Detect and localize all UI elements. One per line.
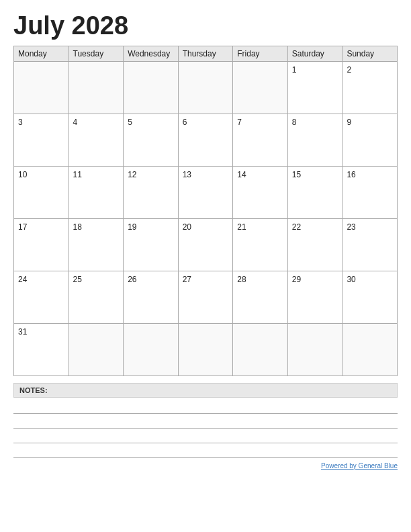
notes-line <box>13 443 398 458</box>
calendar-cell: 4 <box>68 114 124 166</box>
calendar-body: 1234567891011121314151617181920212223242… <box>14 61 398 375</box>
calendar-cell: 13 <box>178 166 233 218</box>
calendar-cell <box>124 61 179 114</box>
calendar-cell: 16 <box>342 166 398 218</box>
col-thursday: Thursday <box>178 46 233 61</box>
calendar-cell: 12 <box>124 166 179 218</box>
calendar-cell: 20 <box>178 218 233 271</box>
calendar-cell: 8 <box>287 114 342 166</box>
calendar-cell: 14 <box>233 166 288 218</box>
powered-by: Powered by General Blue <box>13 462 398 470</box>
day-number: 13 <box>183 170 191 179</box>
calendar-table: Monday Tuesday Wednesday Thursday Friday… <box>13 46 398 376</box>
header-row: Monday Tuesday Wednesday Thursday Friday… <box>14 46 398 61</box>
col-monday: Monday <box>14 46 69 61</box>
calendar-week-1: 3456789 <box>14 114 398 166</box>
day-number: 10 <box>18 170 27 179</box>
calendar-cell <box>342 323 398 375</box>
calendar-cell: 25 <box>68 271 124 323</box>
calendar-cell: 3 <box>14 114 69 166</box>
calendar-week-0: 12 <box>14 61 398 114</box>
notes-label: NOTES: <box>13 383 398 398</box>
calendar-cell: 29 <box>287 271 342 323</box>
calendar-cell: 19 <box>124 218 179 271</box>
calendar-cell: 31 <box>14 323 69 375</box>
calendar-cell <box>287 323 342 375</box>
col-sunday: Sunday <box>342 46 398 61</box>
calendar-cell: 15 <box>287 166 342 218</box>
day-number: 30 <box>347 275 355 284</box>
day-number: 8 <box>292 118 297 127</box>
day-number: 11 <box>73 170 82 179</box>
col-wednesday: Wednesday <box>124 46 179 61</box>
calendar-cell <box>233 61 288 114</box>
notes-line <box>13 414 398 429</box>
calendar-cell: 2 <box>342 61 398 114</box>
calendar-cell: 5 <box>124 114 179 166</box>
day-number: 9 <box>347 118 351 127</box>
col-saturday: Saturday <box>287 46 342 61</box>
calendar-cell: 22 <box>287 218 342 271</box>
day-number: 25 <box>73 275 82 284</box>
notes-section: NOTES: <box>13 383 398 458</box>
day-number: 16 <box>347 170 355 179</box>
calendar-cell: 24 <box>14 271 69 323</box>
calendar-week-4: 24252627282930 <box>14 271 398 323</box>
calendar-cell: 23 <box>342 218 398 271</box>
calendar-cell <box>178 323 233 375</box>
day-number: 26 <box>128 275 136 284</box>
day-number: 23 <box>347 222 355 232</box>
day-number: 29 <box>292 275 301 284</box>
day-number: 19 <box>128 222 136 232</box>
calendar-cell: 27 <box>178 271 233 323</box>
day-number: 14 <box>237 170 246 179</box>
calendar-week-2: 10111213141516 <box>14 166 398 218</box>
calendar-cell: 30 <box>342 271 398 323</box>
calendar-cell: 21 <box>233 218 288 271</box>
calendar-cell: 1 <box>287 61 342 114</box>
notes-line <box>13 399 398 414</box>
notes-lines <box>13 399 398 458</box>
day-number: 12 <box>128 170 136 179</box>
calendar-cell: 28 <box>233 271 288 323</box>
calendar-cell: 9 <box>342 114 398 166</box>
calendar-cell: 11 <box>68 166 124 218</box>
day-number: 22 <box>292 222 301 232</box>
calendar-cell <box>233 323 288 375</box>
calendar-cell: 10 <box>14 166 69 218</box>
page: July 2028 Monday Tuesday Wednesday Thurs… <box>0 0 411 532</box>
day-number: 4 <box>73 118 78 127</box>
day-number: 1 <box>292 65 297 75</box>
calendar-week-5: 31 <box>14 323 398 375</box>
calendar-cell: 17 <box>14 218 69 271</box>
day-number: 24 <box>18 275 27 284</box>
day-number: 18 <box>73 222 82 232</box>
calendar-cell <box>124 323 179 375</box>
calendar-cell <box>178 61 233 114</box>
day-number: 7 <box>237 118 242 127</box>
day-number: 21 <box>237 222 246 232</box>
calendar-cell <box>68 323 124 375</box>
col-tuesday: Tuesday <box>68 46 124 61</box>
calendar-cell: 6 <box>178 114 233 166</box>
powered-by-link[interactable]: Powered by General Blue <box>321 462 398 470</box>
day-number: 28 <box>237 275 246 284</box>
day-number: 2 <box>347 65 351 75</box>
calendar-cell <box>14 61 69 114</box>
day-number: 6 <box>183 118 187 127</box>
day-number: 3 <box>18 118 23 127</box>
day-number: 15 <box>292 170 301 179</box>
calendar-week-3: 17181920212223 <box>14 218 398 271</box>
calendar-cell: 7 <box>233 114 288 166</box>
day-number: 27 <box>183 275 191 284</box>
day-number: 31 <box>18 327 27 337</box>
col-friday: Friday <box>233 46 288 61</box>
calendar-cell: 26 <box>124 271 179 323</box>
calendar-cell: 18 <box>68 218 124 271</box>
day-number: 17 <box>18 222 27 232</box>
day-number: 20 <box>183 222 191 232</box>
calendar-cell <box>68 61 124 114</box>
notes-line <box>13 429 398 443</box>
page-title: July 2028 <box>13 12 398 40</box>
day-number: 5 <box>128 118 132 127</box>
